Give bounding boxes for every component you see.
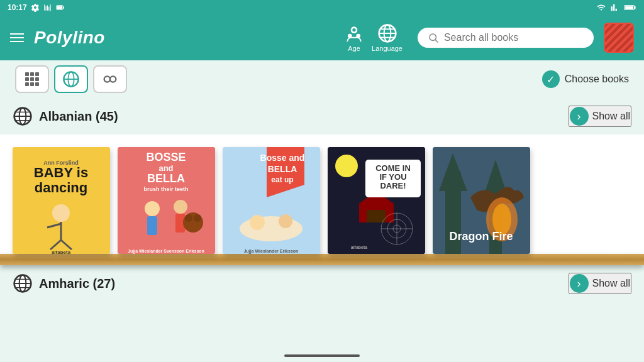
amharic-show-all-arrow-icon: › [570,274,589,293]
svg-text:COME IN: COME IN [375,163,411,173]
svg-point-57 [279,214,292,228]
linked-view-button[interactable] [93,65,127,93]
albanian-title: Albanian (45) [39,109,562,124]
book-item[interactable]: Bosse and BELLA eat up Jujja Wieslander … [223,147,320,254]
signal-icon [610,3,620,12]
home-indicator [284,354,360,357]
amharic-globe-icon [13,273,33,293]
svg-point-55 [240,216,303,241]
age-filter-button[interactable]: Age [344,23,364,52]
avatar-button[interactable] [604,23,634,53]
battery-status-icon [624,3,636,12]
book-cover: COME IN IF YOU DARE! alfabeta [328,147,425,254]
menu-button[interactable] [10,33,24,42]
svg-point-47 [185,214,192,222]
svg-point-48 [194,214,201,222]
sim-icon [43,3,52,12]
svg-rect-5 [625,6,633,9]
book-cover: Bosse and BELLA eat up Jujja Wieslander … [223,147,320,254]
svg-text:Jujja Wieslander  Eriksson: Jujja Wieslander Eriksson [244,249,299,254]
svg-line-16 [435,40,438,42]
settings-icon [31,3,40,12]
svg-rect-1 [63,6,64,9]
search-icon [428,31,439,44]
battery-icon [56,3,65,12]
amharic-title: Amharic (27) [39,277,562,291]
svg-rect-2 [57,6,62,9]
check-circle-icon: ✓ [542,70,560,88]
svg-text:alfabeta: alfabeta [52,250,71,254]
amharic-show-all-label: Show all [592,278,630,289]
link-icon [101,70,119,88]
svg-point-60 [335,155,358,177]
search-input[interactable] [444,32,584,43]
svg-text:BELLA: BELLA [268,164,297,174]
book-cover: Dragon Fire [433,147,530,254]
language-view-button[interactable] [54,65,88,93]
svg-point-21 [110,76,116,82]
svg-point-42 [145,201,160,216]
svg-point-31 [52,204,70,222]
svg-text:and: and [158,163,173,173]
choose-books-button[interactable]: ✓ Choose books [542,70,629,88]
wifi-icon [596,3,606,12]
svg-text:Jujja Wieslander  Svensson Eri: Jujja Wieslander Svensson Eriksson [128,249,204,254]
svg-point-43 [174,200,187,214]
shelf-plank [0,254,644,265]
status-bar: 10:17 [0,0,644,15]
amharic-section-header: Amharic (27) › Show all [0,268,644,299]
svg-text:BABY is: BABY is [34,165,88,180]
book-item[interactable]: Dragon Fire [433,147,530,254]
avatar-pattern [604,23,634,53]
svg-point-56 [250,215,265,230]
book-item[interactable]: COME IN IF YOU DARE! alfabeta [328,147,425,254]
book-item[interactable]: BOSSE and BELLA brush their teeth J [118,147,215,254]
svg-text:Dragon Fire: Dragon Fire [449,230,513,243]
book-cover: BOSSE and BELLA brush their teeth J [118,147,215,254]
albanian-show-all-button[interactable]: › Show all [569,106,631,127]
svg-text:alfabeta: alfabeta [351,245,368,250]
svg-text:brush their teeth: brush their teeth [143,186,188,192]
svg-point-7 [352,28,355,31]
svg-text:BOSSE: BOSSE [146,151,186,163]
svg-text:DARE!: DARE! [380,181,406,190]
svg-text:dancing: dancing [35,180,87,195]
bottom-nav-bar [0,349,644,362]
status-right [596,3,636,12]
grid-view-button[interactable] [15,65,49,93]
albanian-section-header: Albanian (45) › Show all [0,98,644,134]
status-time: 10:17 [8,3,27,12]
app-title: Polylino [34,28,105,48]
choose-books-label: Choose books [565,74,629,85]
status-left: 10:17 [8,3,65,12]
toolbar-icons: Age Language [344,23,402,52]
main-content: Albanian (45) › Show all Ann Forslind BA… [0,98,644,362]
globe-filter-icon [62,70,80,88]
book-item[interactable]: Ann Forslind BABY is dancing alfabeta [13,147,110,254]
svg-point-15 [430,34,436,40]
svg-text:eat up: eat up [271,175,293,184]
svg-rect-44 [147,216,157,235]
filter-buttons [15,65,127,93]
grid-icon [25,72,39,86]
svg-rect-62 [367,210,386,222]
amharic-show-all-button[interactable]: › Show all [569,273,631,294]
book-cover: Ann Forslind BABY is dancing alfabeta [13,147,110,254]
svg-text:BELLA: BELLA [147,172,185,185]
albanian-globe-icon [13,106,33,126]
age-label: Age [348,45,360,52]
filter-bar: ✓ Choose books [0,60,644,98]
show-all-arrow-icon: › [570,107,589,126]
search-bar[interactable] [418,28,594,48]
book-row: Ann Forslind BABY is dancing alfabeta [13,147,631,254]
albanian-book-shelf: Ann Forslind BABY is dancing alfabeta [0,134,644,265]
svg-text:Bosse and: Bosse and [260,153,305,163]
toolbar: Polylino Age Language [0,15,644,60]
language-filter-button[interactable]: Language [372,23,402,52]
albanian-show-all-label: Show all [592,111,630,122]
language-label: Language [372,45,402,52]
svg-rect-4 [634,6,635,9]
svg-point-20 [104,76,110,82]
svg-text:IF YOU: IF YOU [379,172,406,182]
